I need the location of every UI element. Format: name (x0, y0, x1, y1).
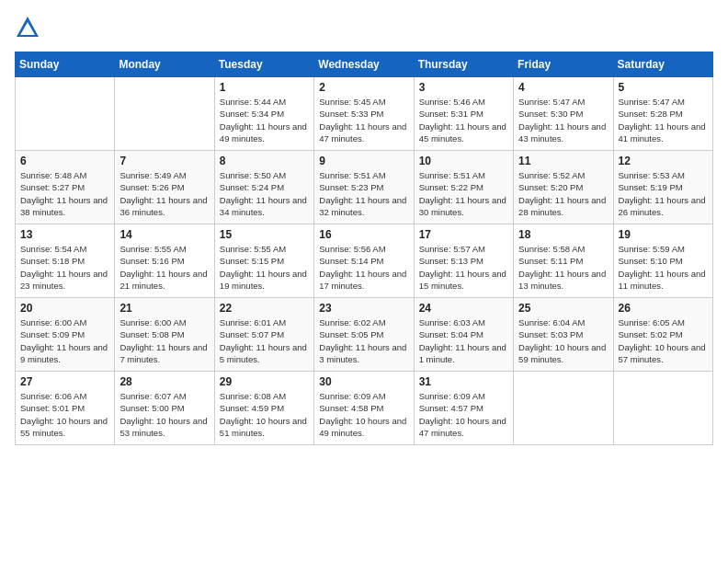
day-cell (115, 77, 214, 151)
day-cell: 30Sunrise: 6:09 AM Sunset: 4:58 PM Dayli… (314, 372, 414, 445)
day-info: Sunrise: 6:09 AM Sunset: 4:57 PM Dayligh… (419, 390, 508, 439)
day-info: Sunrise: 6:00 AM Sunset: 5:08 PM Dayligh… (119, 316, 209, 365)
day-info: Sunrise: 5:55 AM Sunset: 5:15 PM Dayligh… (220, 243, 309, 292)
day-number: 25 (518, 302, 608, 315)
day-cell: 9Sunrise: 5:51 AM Sunset: 5:23 PM Daylig… (314, 151, 414, 224)
day-cell: 10Sunrise: 5:51 AM Sunset: 5:22 PM Dayli… (414, 151, 513, 224)
day-cell: 11Sunrise: 5:52 AM Sunset: 5:20 PM Dayli… (514, 151, 613, 224)
day-info: Sunrise: 6:09 AM Sunset: 4:58 PM Dayligh… (319, 390, 408, 439)
day-number: 3 (419, 81, 508, 94)
day-info: Sunrise: 6:03 AM Sunset: 5:04 PM Dayligh… (419, 316, 508, 365)
day-number: 10 (419, 155, 508, 167)
weekday-header-tuesday: Tuesday (214, 52, 313, 77)
day-number: 11 (518, 155, 608, 167)
day-info: Sunrise: 5:59 AM Sunset: 5:10 PM Dayligh… (619, 243, 708, 292)
page-header (15, 15, 713, 40)
day-cell: 28Sunrise: 6:07 AM Sunset: 5:00 PM Dayli… (115, 372, 214, 445)
day-info: Sunrise: 5:52 AM Sunset: 5:20 PM Dayligh… (518, 169, 608, 218)
day-cell: 22Sunrise: 6:01 AM Sunset: 5:07 PM Dayli… (214, 298, 313, 372)
weekday-header-saturday: Saturday (613, 52, 712, 77)
day-number: 16 (319, 228, 408, 241)
day-info: Sunrise: 5:51 AM Sunset: 5:22 PM Dayligh… (419, 169, 508, 218)
day-cell: 14Sunrise: 5:55 AM Sunset: 5:16 PM Dayli… (115, 224, 214, 298)
week-row-4: 20Sunrise: 6:00 AM Sunset: 5:09 PM Dayli… (16, 298, 713, 372)
week-row-5: 27Sunrise: 6:06 AM Sunset: 5:01 PM Dayli… (16, 372, 713, 445)
day-info: Sunrise: 5:46 AM Sunset: 5:31 PM Dayligh… (419, 96, 508, 144)
day-info: Sunrise: 5:58 AM Sunset: 5:11 PM Dayligh… (518, 243, 608, 292)
day-number: 29 (220, 375, 309, 388)
day-cell: 18Sunrise: 5:58 AM Sunset: 5:11 PM Dayli… (514, 224, 613, 298)
day-number: 24 (419, 302, 508, 315)
day-info: Sunrise: 5:47 AM Sunset: 5:28 PM Dayligh… (619, 96, 708, 144)
day-number: 27 (20, 375, 109, 388)
weekday-header-wednesday: Wednesday (314, 52, 414, 77)
day-cell (514, 372, 613, 445)
day-info: Sunrise: 6:04 AM Sunset: 5:03 PM Dayligh… (518, 316, 608, 365)
day-info: Sunrise: 5:53 AM Sunset: 5:19 PM Dayligh… (619, 169, 708, 218)
day-info: Sunrise: 6:02 AM Sunset: 5:05 PM Dayligh… (319, 316, 408, 365)
day-info: Sunrise: 5:49 AM Sunset: 5:26 PM Dayligh… (119, 169, 209, 218)
day-number: 5 (619, 81, 708, 94)
day-cell: 12Sunrise: 5:53 AM Sunset: 5:19 PM Dayli… (613, 151, 712, 224)
day-number: 12 (619, 155, 708, 167)
day-number: 20 (20, 302, 109, 315)
day-number: 2 (319, 81, 408, 94)
day-number: 14 (119, 228, 209, 241)
day-number: 6 (20, 155, 109, 167)
weekday-header-friday: Friday (514, 52, 613, 77)
day-cell: 16Sunrise: 5:56 AM Sunset: 5:14 PM Dayli… (314, 224, 414, 298)
day-cell: 23Sunrise: 6:02 AM Sunset: 5:05 PM Dayli… (314, 298, 414, 372)
day-cell: 17Sunrise: 5:57 AM Sunset: 5:13 PM Dayli… (414, 224, 513, 298)
day-cell: 21Sunrise: 6:00 AM Sunset: 5:08 PM Dayli… (115, 298, 214, 372)
day-cell: 29Sunrise: 6:08 AM Sunset: 4:59 PM Dayli… (214, 372, 313, 445)
day-info: Sunrise: 6:07 AM Sunset: 5:00 PM Dayligh… (119, 390, 209, 439)
day-number: 4 (518, 81, 608, 94)
weekday-header-sunday: Sunday (16, 52, 115, 77)
day-info: Sunrise: 5:51 AM Sunset: 5:23 PM Dayligh… (319, 169, 408, 218)
logo (15, 15, 44, 40)
day-cell: 15Sunrise: 5:55 AM Sunset: 5:15 PM Dayli… (214, 224, 313, 298)
day-info: Sunrise: 5:45 AM Sunset: 5:33 PM Dayligh… (319, 96, 408, 144)
day-cell: 1Sunrise: 5:44 AM Sunset: 5:34 PM Daylig… (214, 77, 313, 151)
day-cell: 13Sunrise: 5:54 AM Sunset: 5:18 PM Dayli… (16, 224, 115, 298)
day-info: Sunrise: 5:50 AM Sunset: 5:24 PM Dayligh… (220, 169, 309, 218)
day-cell (613, 372, 712, 445)
day-cell (16, 77, 115, 151)
day-info: Sunrise: 5:57 AM Sunset: 5:13 PM Dayligh… (419, 243, 508, 292)
week-row-3: 13Sunrise: 5:54 AM Sunset: 5:18 PM Dayli… (16, 224, 713, 298)
day-cell: 4Sunrise: 5:47 AM Sunset: 5:30 PM Daylig… (514, 77, 613, 151)
day-number: 19 (619, 228, 708, 241)
day-cell: 31Sunrise: 6:09 AM Sunset: 4:57 PM Dayli… (414, 372, 513, 445)
day-cell: 20Sunrise: 6:00 AM Sunset: 5:09 PM Dayli… (16, 298, 115, 372)
day-info: Sunrise: 5:54 AM Sunset: 5:18 PM Dayligh… (20, 243, 109, 292)
day-info: Sunrise: 6:08 AM Sunset: 4:59 PM Dayligh… (220, 390, 309, 439)
day-number: 13 (20, 228, 109, 241)
day-info: Sunrise: 5:44 AM Sunset: 5:34 PM Dayligh… (220, 96, 309, 144)
weekday-header-thursday: Thursday (414, 52, 513, 77)
calendar-table: SundayMondayTuesdayWednesdayThursdayFrid… (15, 52, 713, 445)
day-cell: 8Sunrise: 5:50 AM Sunset: 5:24 PM Daylig… (214, 151, 313, 224)
day-cell: 24Sunrise: 6:03 AM Sunset: 5:04 PM Dayli… (414, 298, 513, 372)
day-cell: 19Sunrise: 5:59 AM Sunset: 5:10 PM Dayli… (613, 224, 712, 298)
day-number: 30 (319, 375, 408, 388)
day-info: Sunrise: 6:06 AM Sunset: 5:01 PM Dayligh… (20, 390, 109, 439)
day-number: 18 (518, 228, 608, 241)
day-cell: 3Sunrise: 5:46 AM Sunset: 5:31 PM Daylig… (414, 77, 513, 151)
day-cell: 27Sunrise: 6:06 AM Sunset: 5:01 PM Dayli… (16, 372, 115, 445)
day-cell: 2Sunrise: 5:45 AM Sunset: 5:33 PM Daylig… (314, 77, 414, 151)
day-info: Sunrise: 5:47 AM Sunset: 5:30 PM Dayligh… (518, 96, 608, 144)
day-number: 28 (119, 375, 209, 388)
day-cell: 25Sunrise: 6:04 AM Sunset: 5:03 PM Dayli… (514, 298, 613, 372)
day-number: 23 (319, 302, 408, 315)
day-info: Sunrise: 5:48 AM Sunset: 5:27 PM Dayligh… (20, 169, 109, 218)
week-row-1: 1Sunrise: 5:44 AM Sunset: 5:34 PM Daylig… (16, 77, 713, 151)
day-cell: 5Sunrise: 5:47 AM Sunset: 5:28 PM Daylig… (613, 77, 712, 151)
weekday-header-row: SundayMondayTuesdayWednesdayThursdayFrid… (16, 52, 713, 77)
day-info: Sunrise: 6:01 AM Sunset: 5:07 PM Dayligh… (220, 316, 309, 365)
day-number: 22 (220, 302, 309, 315)
day-number: 15 (220, 228, 309, 241)
day-number: 1 (220, 81, 309, 94)
day-number: 8 (220, 155, 309, 167)
logo-icon (15, 15, 40, 40)
day-cell: 26Sunrise: 6:05 AM Sunset: 5:02 PM Dayli… (613, 298, 712, 372)
